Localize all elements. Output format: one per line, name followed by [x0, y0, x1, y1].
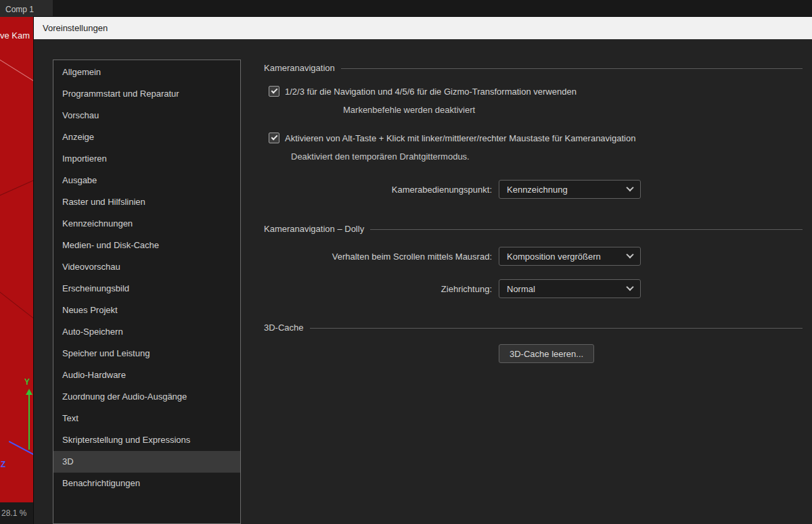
section-rule	[370, 229, 803, 230]
sidebar-item-label: Speicher und Leistung	[62, 348, 150, 358]
sidebar-item-programmstart-und-reparatur[interactable]: Programmstart und Reparatur	[53, 83, 240, 105]
checkbox-alt-click-navigation[interactable]	[269, 133, 279, 143]
viewer-statusbar: 28.1 %	[0, 502, 34, 524]
scroll-behavior-select[interactable]: Komposition vergrößern	[499, 247, 641, 266]
chevron-down-icon	[626, 283, 633, 290]
sidebar-item-label: Raster und Hilfslinien	[62, 197, 145, 207]
sidebar-item-label: Vorschau	[62, 110, 99, 120]
section-rule	[310, 328, 803, 329]
y-axis-label: Y	[24, 377, 30, 387]
check-icon	[271, 134, 278, 141]
dialog-title: Voreinstellungen	[43, 23, 108, 33]
checkbox-note: Deaktiviert den temporären Drahtgittermo…	[291, 151, 803, 162]
field-label: Kamerabedienungspunkt:	[264, 185, 499, 195]
sidebar-item-text[interactable]: Text	[53, 408, 240, 429]
dialog-body: AllgemeinProgrammstart und ReparaturVors…	[34, 39, 812, 524]
cache-button-row: 3D-Cache leeren...	[264, 344, 803, 363]
sidebar-item-label: Ausgabe	[62, 175, 97, 185]
tab-bar: Comp 1	[0, 0, 812, 17]
sidebar-item-skripterstellung-und-expressions[interactable]: Skripterstellung und Expressions	[53, 429, 240, 451]
sidebar-item-allgemein[interactable]: Allgemein	[53, 62, 240, 83]
field-row-scroll-behavior: Verhalten beim Scrollen mittels Mausrad:…	[264, 247, 803, 266]
sidebar-item-anzeige[interactable]: Anzeige	[53, 126, 240, 148]
sidebar-item-label: Allgemein	[62, 67, 101, 77]
sidebar-item-3d[interactable]: 3D	[53, 451, 240, 473]
viewer-grid-line	[0, 55, 34, 95]
sidebar-item-label: Text	[62, 413, 78, 423]
section-rule	[341, 68, 803, 69]
section-title: Kameranavigation	[264, 63, 335, 73]
checkbox-note: Markenbefehle werden deaktiviert	[343, 105, 803, 115]
sidebar-item-vorschau[interactable]: Vorschau	[53, 105, 240, 126]
check-icon	[271, 87, 278, 94]
checkbox-label: 1/2/3 für die Navigation und 4/5/6 für d…	[285, 86, 577, 98]
drag-direction-select[interactable]: Normal	[499, 279, 641, 298]
z-axis-gizmo	[9, 441, 34, 456]
dialog-titlebar[interactable]: Voreinstellungen	[34, 17, 812, 39]
viewer-grid-line	[0, 281, 34, 335]
checkbox-row-alt-click: Aktivieren von Alt-Taste + Klick mit lin…	[264, 133, 803, 145]
field-label: Verhalten beim Scrollen mittels Mausrad:	[264, 252, 499, 262]
camera-control-point-select[interactable]: Kennzeichnung	[499, 180, 641, 199]
checkbox-123-navigation[interactable]	[269, 86, 279, 97]
dropdown-value: Normal	[507, 284, 535, 294]
preferences-category-list: AllgemeinProgrammstart und ReparaturVors…	[53, 59, 241, 524]
viewer-grid-line	[0, 168, 34, 205]
sidebar-item-ausgabe[interactable]: Ausgabe	[53, 170, 240, 191]
checkbox-label: Aktivieren von Alt-Taste + Klick mit lin…	[285, 133, 635, 145]
sidebar-item-label: Audio-Hardware	[62, 370, 126, 380]
sidebar-item-medien-und-disk-cache[interactable]: Medien- und Disk-Cache	[53, 235, 240, 256]
sidebar-item-label: Programmstart und Reparatur	[62, 89, 179, 99]
chevron-down-icon	[626, 183, 633, 191]
section-title: Kameranavigation – Dolly	[264, 224, 364, 234]
composition-viewer: ve Kam Y Z 28.1 %	[0, 17, 34, 524]
sidebar-item-label: Medien- und Disk-Cache	[62, 240, 159, 250]
app-window: Comp 1 ve Kam Y Z 28.1 % Voreinstellunge…	[0, 0, 812, 524]
sidebar-item-auto-speichern[interactable]: Auto-Speichern	[53, 321, 240, 343]
sidebar-item-label: Auto-Speichern	[62, 327, 123, 337]
sidebar-item-label: 3D	[62, 456, 74, 467]
sidebar-item-audio-hardware[interactable]: Audio-Hardware	[53, 364, 240, 386]
sidebar-item-label: Skripterstellung und Expressions	[62, 435, 190, 445]
zoom-level[interactable]: 28.1 %	[1, 508, 26, 518]
sidebar-item-label: Benachrichtigungen	[62, 478, 140, 488]
field-row-drag-direction: Ziehrichtung: Normal	[264, 279, 803, 298]
active-camera-label: ve Kam	[0, 30, 30, 41]
sidebar-item-videovorschau[interactable]: Videovorschau	[53, 256, 240, 278]
section-header-camera-navigation: Kameranavigation	[264, 62, 803, 73]
sidebar-item-erscheinungsbild[interactable]: Erscheinungsbild	[53, 278, 240, 300]
sidebar-item-raster-und-hilfslinien[interactable]: Raster und Hilfslinien	[53, 191, 240, 213]
tab-comp1[interactable]: Comp 1	[0, 0, 53, 17]
preferences-main-panel: Kameranavigation 1/2/3 für die Navigatio…	[264, 62, 803, 363]
dropdown-value: Kennzeichnung	[507, 185, 568, 195]
sidebar-item-benachrichtigungen[interactable]: Benachrichtigungen	[53, 473, 240, 494]
sidebar-item-speicher-und-leistung[interactable]: Speicher und Leistung	[53, 343, 240, 364]
dropdown-value: Komposition vergrößern	[507, 252, 601, 262]
z-axis-label: Z	[1, 460, 5, 469]
sidebar-item-label: Neues Projekt	[62, 305, 118, 315]
field-row-camera-control-point: Kamerabedienungspunkt: Kennzeichnung	[264, 180, 803, 199]
sidebar-item-label: Importieren	[62, 153, 107, 164]
tab-label: Comp 1	[5, 5, 34, 14]
preferences-dialog: Voreinstellungen AllgemeinProgrammstart …	[34, 17, 812, 524]
sidebar-item-label: Erscheinungsbild	[62, 283, 129, 293]
field-label: Ziehrichtung:	[264, 284, 499, 294]
checkbox-row-123-navigation: 1/2/3 für die Navigation und 4/5/6 für d…	[264, 86, 803, 98]
y-axis-gizmo	[28, 394, 30, 450]
sidebar-item-importieren[interactable]: Importieren	[53, 148, 240, 170]
sidebar-item-label: Videovorschau	[62, 262, 120, 272]
section-header-camera-navigation-dolly: Kameranavigation – Dolly	[264, 223, 803, 234]
sidebar-item-neues-projekt[interactable]: Neues Projekt	[53, 300, 240, 321]
sidebar-item-zuordnung-der-audio-ausg-nge[interactable]: Zuordnung der Audio-Ausgänge	[53, 386, 240, 408]
sidebar-item-kennzeichnungen[interactable]: Kennzeichnungen	[53, 213, 240, 235]
clear-3d-cache-button[interactable]: 3D-Cache leeren...	[499, 344, 594, 363]
section-title: 3D-Cache	[264, 323, 304, 333]
sidebar-item-label: Zuordnung der Audio-Ausgänge	[62, 391, 187, 402]
chevron-down-icon	[626, 250, 633, 258]
sidebar-item-label: Kennzeichnungen	[62, 218, 133, 229]
section-header-3d-cache: 3D-Cache	[264, 322, 803, 333]
sidebar-item-label: Anzeige	[62, 132, 94, 142]
